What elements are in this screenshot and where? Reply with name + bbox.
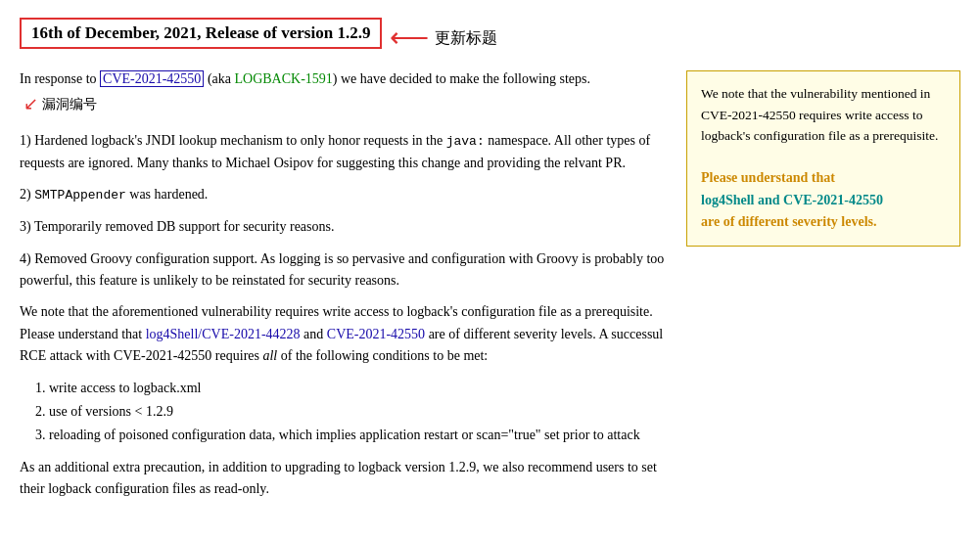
step-3-number: 3) — [20, 219, 34, 234]
page-title: 16th of December, 2021, Release of versi… — [20, 18, 382, 49]
logback-1591-link[interactable]: LOGBACK-1591 — [234, 71, 332, 86]
intro-text-after: ) we have decided to make the following … — [333, 71, 590, 86]
severity-italic-all: all — [262, 348, 277, 363]
condition-2: use of versions < 1.2.9 — [49, 401, 667, 423]
step-1-body: Hardened logback's JNDI lookup mechanism… — [20, 133, 650, 170]
step-4-number: 4) — [20, 251, 34, 266]
page-container: 16th of December, 2021, Release of versi… — [20, 18, 960, 510]
step-4-text: 4) Removed Groovy configuration support.… — [20, 248, 667, 293]
conditions-list: write access to logback.xml use of versi… — [49, 378, 667, 447]
right-panel: We note that the vulnerability mentioned… — [686, 68, 960, 510]
log4shell-link[interactable]: log4Shell/CVE-2021-44228 — [146, 327, 301, 341]
bottom-section: We note that the aforementioned vulnerab… — [20, 301, 667, 500]
step-2-number: 2) — [20, 187, 34, 202]
info-box-highlight-bold2: are of different severity levels. — [701, 214, 876, 229]
info-box-highlight: Please understand that log4Shell and CVE… — [701, 167, 946, 233]
title-annotation-label: 更新标题 — [435, 28, 497, 49]
step-3-body: Temporarily removed DB support for secur… — [34, 219, 335, 234]
title-section: 16th of December, 2021, Release of versi… — [20, 18, 960, 59]
step-1-number: 1) — [20, 133, 34, 148]
recommendation-paragraph: As an additional extra precaution, in ad… — [20, 457, 667, 501]
title-arrow-group: ⟵ 更新标题 — [390, 24, 497, 52]
severity-para-end: of the following conditions to be met: — [277, 348, 488, 363]
step-1: 1) Hardened logback's JNDI lookup mechan… — [20, 130, 667, 174]
step-4: 4) Removed Groovy configuration support.… — [20, 248, 667, 293]
step-1-text: 1) Hardened logback's JNDI lookup mechan… — [20, 130, 667, 174]
vuln-arrow-icon: ↙ — [23, 90, 38, 118]
step-3-text: 3) Temporarily removed DB support for se… — [20, 216, 667, 238]
intro-text-aka: (aka — [204, 71, 234, 86]
step-2: 2) SMTPAppender was hardened. — [20, 184, 667, 206]
vuln-annotation-label: 漏洞编号 — [42, 94, 97, 115]
cve-42550-body-link[interactable]: CVE-2021-42550 — [327, 327, 425, 341]
info-box-text1: We note that the vulnerability mentioned… — [701, 83, 946, 147]
cve-2021-42550-link[interactable]: CVE-2021-42550 — [100, 70, 204, 87]
left-content: In response to CVE-2021-42550 (aka LOGBA… — [20, 68, 686, 510]
info-box-highlight-bold1: Please understand that — [701, 170, 835, 185]
java-namespace-code: java: — [446, 134, 485, 149]
smtpappender-code: SMTPAppender — [34, 188, 126, 203]
main-layout: In response to CVE-2021-42550 (aka LOGBA… — [20, 68, 960, 510]
steps-list: 1) Hardened logback's JNDI lookup mechan… — [20, 130, 667, 292]
condition-3: reloading of poisoned configuration data… — [49, 425, 667, 446]
info-box-highlight-teal: log4Shell and CVE-2021-42550 — [701, 193, 883, 207]
vuln-annotation-group: ↙ 漏洞编号 — [23, 90, 97, 118]
info-box: We note that the vulnerability mentioned… — [686, 70, 960, 247]
condition-1: write access to logback.xml — [49, 378, 667, 399]
step-3: 3) Temporarily removed DB support for se… — [20, 216, 667, 238]
right-arrow-icon: ⟵ — [390, 24, 429, 52]
step-2-body: was hardened. — [126, 187, 209, 202]
step-4-body: Removed Groovy configuration support. As… — [20, 251, 664, 288]
severity-para-mid: and — [301, 327, 327, 341]
intro-text-before: In response to — [20, 71, 100, 86]
severity-paragraph: We note that the aforementioned vulnerab… — [20, 301, 667, 367]
step-2-text: 2) SMTPAppender was hardened. — [20, 184, 667, 206]
intro-paragraph: In response to CVE-2021-42550 (aka LOGBA… — [20, 68, 667, 118]
